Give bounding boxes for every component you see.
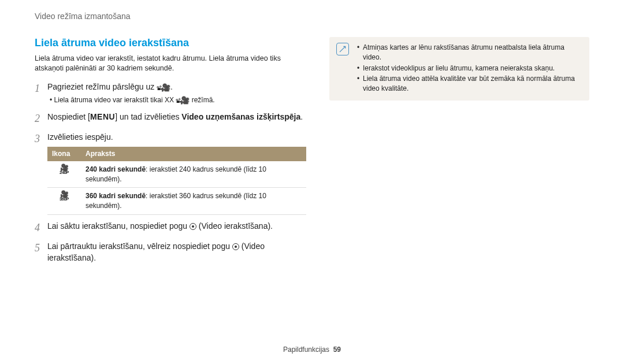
video-mode-icon: 🎥 xyxy=(176,95,190,106)
step-text: Pagrieziet režīmu pārslēgu uz xyxy=(47,82,157,91)
step-number: 3 xyxy=(35,132,47,215)
fps-360-icon: 🎥 360P xyxy=(56,191,72,201)
footer-label: Papildfunkcijas xyxy=(283,346,329,354)
menu-button-label: MENU xyxy=(90,112,115,121)
step-text: Lai sāktu ierakstīšanu, nospiediet pogu xyxy=(47,221,190,231)
step-text: ] un tad izvēlieties xyxy=(115,112,181,121)
table-row: 🎥 240P 240 kadri sekundē: ierakstiet 240… xyxy=(47,161,306,188)
step-text: Izvēlieties iespēju. xyxy=(47,132,113,142)
note-item: Liela ātruma video attēla kvalitāte var … xyxy=(357,74,581,94)
step-text: (Video ierakstīšana). xyxy=(196,221,273,231)
fps-240-icon: 🎥 240P xyxy=(56,165,72,174)
step-text: . xyxy=(170,82,173,91)
table-cell-desc: 240 kadri sekundē: ierakstiet 240 kadrus… xyxy=(81,161,306,188)
table-header-icon: Ikona xyxy=(47,147,81,161)
section-title: Liela ātruma video ierakstīšana xyxy=(35,37,306,49)
step-4: 4 Lai sāktu ierakstīšanu, nospiediet pog… xyxy=(35,221,306,235)
video-mode-icon: 🎥 xyxy=(157,83,170,93)
step-number: 4 xyxy=(35,221,47,235)
record-button-icon xyxy=(232,243,239,250)
step-3: 3 Izvēlieties iespēju. Ikona Apraksts xyxy=(35,132,306,215)
page-number: 59 xyxy=(333,346,341,354)
note-box: Atmiņas kartes ar lēnu rakstīšanas ātrum… xyxy=(329,37,589,101)
step-bold: Video uzņemšanas izšķirtspēja xyxy=(181,112,300,121)
section-intro: Liela ātruma video var ierakstīt, iestat… xyxy=(35,54,306,73)
step-1: 1 Pagrieziet režīmu pārslēgu uz 🎥. Liela… xyxy=(35,81,306,106)
step-number: 1 xyxy=(35,81,47,106)
note-item: Atmiņas kartes ar lēnu rakstīšanas ātrum… xyxy=(357,43,581,62)
step-subnote: Liela ātruma video var ierakstīt tikai X… xyxy=(47,95,306,106)
step-text: . xyxy=(300,112,303,121)
table-header-desc: Apraksts xyxy=(81,147,306,161)
note-icon xyxy=(336,43,349,55)
steps-list: 1 Pagrieziet režīmu pārslēgu uz 🎥. Liela… xyxy=(35,81,306,264)
step-number: 2 xyxy=(35,112,47,126)
page-footer: Papildfunkcijas 59 xyxy=(0,346,624,354)
step-number: 5 xyxy=(35,241,47,263)
step-5: 5 Lai pārtrauktu ierakstīšanu, vēlreiz n… xyxy=(35,241,306,263)
table-cell-desc: 360 kadri sekundē: ierakstiet 360 kadrus… xyxy=(81,188,306,215)
step-text: Nospiediet [ xyxy=(47,112,90,121)
options-table: Ikona Apraksts 🎥 240P xyxy=(47,147,306,215)
record-button-icon xyxy=(190,223,196,230)
note-item: Ierakstot videoklipus ar lielu ātrumu, k… xyxy=(357,64,581,73)
breadcrumb: Video režīma izmantošana xyxy=(35,12,589,21)
table-row: 🎥 360P 360 kadri sekundē: ierakstiet 360… xyxy=(47,188,306,215)
step-2: 2 Nospiediet [MENU] un tad izvēlieties V… xyxy=(35,112,306,126)
step-text: Lai pārtrauktu ierakstīšanu, vēlreiz nos… xyxy=(47,242,232,251)
